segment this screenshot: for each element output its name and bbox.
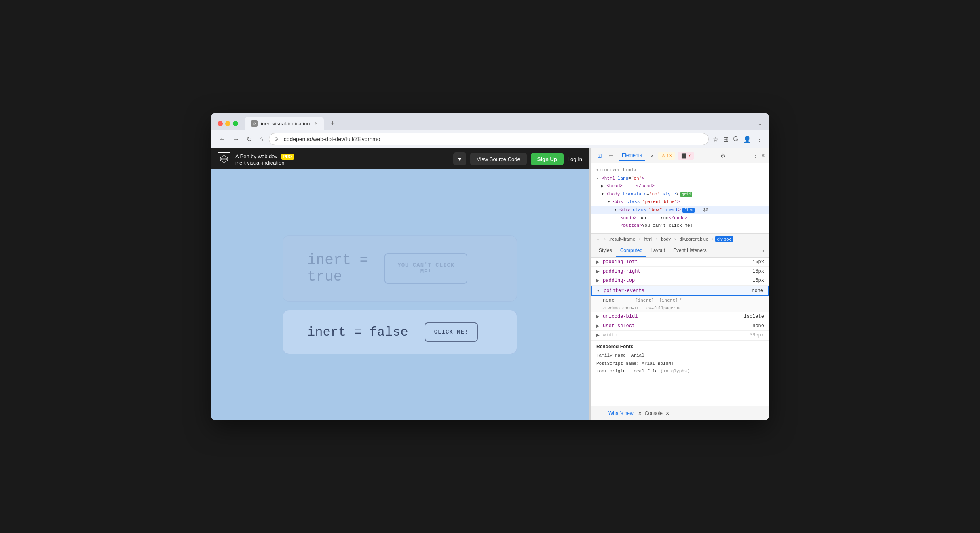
- svg-line-7: [220, 158, 222, 159]
- extensions-button[interactable]: ⊞: [723, 135, 729, 143]
- prop-padding-top[interactable]: ▶ padding-top 16px: [591, 276, 769, 286]
- more-style-tabs-button[interactable]: »: [760, 246, 766, 255]
- inert-false-label: inert = false: [307, 325, 408, 340]
- button-tag-line[interactable]: <button>You can't click me!: [591, 222, 769, 230]
- maximize-traffic-light[interactable]: [233, 121, 238, 126]
- expand-button[interactable]: ⌄: [758, 120, 762, 127]
- forward-button[interactable]: →: [231, 134, 241, 144]
- breadcrumb-body[interactable]: body: [659, 236, 673, 242]
- console-close-button[interactable]: ×: [666, 410, 669, 417]
- pro-badge: PRO: [281, 154, 294, 160]
- bottom-menu-dots[interactable]: ⋮: [596, 409, 604, 418]
- url-text: codepen.io/web-dot-dev/full/ZEvdmmo: [284, 136, 380, 142]
- inert-true-label: inert =true: [307, 252, 368, 285]
- inert-true-box: inert =true YOU CAN'T CLICKME!: [283, 235, 517, 302]
- browser-window: ◇ inert visual-indication × + ⌄ ← → ↻ ⌂ …: [211, 113, 769, 420]
- breadcrumb-bar: ··· › .result-iframe › html › body › div…: [591, 234, 769, 244]
- inert-false-box: inert = false CLICK ME!: [283, 310, 517, 354]
- elements-panel: <!DOCTYPE html> ▾ <html lang="en"> ▶ <he…: [591, 163, 769, 234]
- svg-line-3: [226, 158, 228, 159]
- codepen-pen-info: A Pen by web.dev PRO inert visual-indica…: [235, 152, 294, 166]
- pen-by-label: A Pen by web.dev PRO: [235, 153, 294, 159]
- styles-tabs: Styles Computed Layout Event Listeners »: [591, 244, 769, 258]
- heart-button[interactable]: ♥: [453, 152, 466, 165]
- tab-computed[interactable]: Computed: [616, 244, 646, 257]
- tab-elements[interactable]: Elements: [619, 151, 645, 161]
- devtools-toolbar: ⊡ ▭ Elements » ⚠ 13 ⬛ 7 ⚙ ⋮ ×: [591, 148, 769, 163]
- prop-padding-left[interactable]: ▶ padding-left 16px: [591, 258, 769, 267]
- prop-user-select[interactable]: ▶ user-select none: [591, 321, 769, 331]
- parent-div-line[interactable]: ▾ <div class="parent blue">: [591, 198, 769, 206]
- box-div-line[interactable]: ▾ <div class="box" inert>flex== $0: [591, 206, 769, 214]
- prop-unicode-bidi[interactable]: ▶ unicode-bidi isolate: [591, 312, 769, 321]
- breadcrumb-parent-div[interactable]: div.parent.blue: [678, 236, 710, 242]
- svg-line-6: [220, 159, 222, 161]
- main-area: A Pen by web.dev PRO inert visual-indica…: [211, 148, 769, 420]
- reload-button[interactable]: ↻: [245, 134, 253, 145]
- signup-button[interactable]: Sign Up: [531, 153, 564, 165]
- browser-menu-button[interactable]: ⋮: [756, 135, 762, 143]
- tab-favicon: ◇: [251, 120, 258, 127]
- devtools-bottom-bar: ⋮ What's new × Console ×: [591, 406, 769, 420]
- breadcrumb-html[interactable]: html: [642, 236, 655, 242]
- navigation-bar: ← → ↻ ⌂ ⊙ codepen.io/web-dot-dev/full/ZE…: [211, 130, 769, 148]
- pen-title: inert visual-indication: [235, 160, 294, 166]
- doctype-line: <!DOCTYPE html>: [591, 167, 769, 175]
- whats-new-button[interactable]: What's new: [607, 410, 635, 417]
- home-button[interactable]: ⌂: [258, 134, 265, 144]
- bookmark-button[interactable]: ☆: [713, 135, 718, 143]
- new-tab-button[interactable]: +: [327, 118, 338, 129]
- code-tag-line[interactable]: <code>inert = true</code>: [591, 214, 769, 222]
- tab-close-btn[interactable]: ×: [315, 121, 317, 126]
- profile-button[interactable]: 👤: [743, 135, 751, 143]
- devtools-close-button[interactable]: ×: [761, 152, 765, 159]
- computed-panel: ▶ padding-left 16px ▶ padding-right 16px…: [591, 258, 769, 406]
- devtools-more-button[interactable]: ⋮: [752, 152, 758, 159]
- breadcrumb-result-iframe[interactable]: .result-iframe: [607, 236, 637, 242]
- rendered-fonts-section: Rendered Fonts Family name: Arial PostSc…: [591, 340, 769, 379]
- prop-width[interactable]: ▶ width 395px: [591, 331, 769, 340]
- devtools-settings-button[interactable]: ⚙: [720, 152, 726, 159]
- tab-styles[interactable]: Styles: [595, 244, 616, 257]
- inspect-element-button[interactable]: ⊡: [596, 151, 604, 161]
- breadcrumb-box-div[interactable]: div.box: [715, 236, 733, 242]
- error-badge: ⬛ 7: [678, 152, 694, 160]
- traffic-lights: [218, 121, 238, 126]
- head-line[interactable]: ▶ <head> ··· </head>: [591, 182, 769, 190]
- cant-click-button: YOU CAN'T CLICKME!: [384, 253, 467, 284]
- prop-pointer-events-sub: none [inert], [inert] *: [591, 296, 769, 305]
- demo-area: inert =true YOU CAN'T CLICKME! inert = f…: [211, 169, 589, 420]
- login-button[interactable]: Log In: [568, 156, 582, 162]
- google-button[interactable]: G: [733, 135, 738, 143]
- prop-pointer-events-source: ZEvdmmo:anon=tr...ew=fullpage:30: [591, 305, 769, 312]
- font-family-info: Family name: Arial PostScript name: Aria…: [596, 352, 764, 376]
- warning-badge: ⚠ 13: [658, 152, 675, 160]
- view-source-button[interactable]: View Source Code: [470, 153, 526, 165]
- device-toolbar-button[interactable]: ▭: [607, 151, 615, 161]
- nav-actions: ☆ ⊞ G 👤 ⋮: [713, 135, 762, 143]
- breadcrumb-menu[interactable]: ···: [595, 236, 602, 242]
- back-button[interactable]: ←: [218, 134, 227, 144]
- minimize-traffic-light[interactable]: [225, 121, 230, 126]
- whats-new-close-button[interactable]: ×: [638, 410, 642, 417]
- click-me-button[interactable]: CLICK ME!: [425, 322, 478, 342]
- address-bar[interactable]: ⊙ codepen.io/web-dot-dev/full/ZEvdmmo: [269, 133, 709, 145]
- svg-line-4: [226, 159, 228, 161]
- font-origin-line: Font origin: Local file (18 glyphs): [596, 368, 764, 376]
- devtools-panel: ⊡ ▭ Elements » ⚠ 13 ⬛ 7 ⚙ ⋮ × <!DOCTYPE …: [591, 148, 769, 420]
- tab-event-listeners[interactable]: Event Listeners: [669, 244, 711, 257]
- close-traffic-light[interactable]: [218, 121, 223, 126]
- console-button[interactable]: Console: [645, 410, 663, 416]
- page-container: A Pen by web.dev PRO inert visual-indica…: [211, 148, 589, 420]
- body-line[interactable]: ▾ <body translate="no" style>grid: [591, 190, 769, 199]
- prop-pointer-events[interactable]: ▾ pointer-events none: [591, 286, 769, 296]
- prop-padding-right[interactable]: ▶ padding-right 16px: [591, 267, 769, 276]
- codepen-toolbar: A Pen by web.dev PRO inert visual-indica…: [211, 148, 589, 169]
- tab-layout[interactable]: Layout: [646, 244, 669, 257]
- svg-marker-1: [222, 158, 226, 160]
- more-tabs-button[interactable]: »: [648, 151, 655, 161]
- browser-tab-active[interactable]: ◇ inert visual-indication ×: [245, 117, 324, 130]
- html-line[interactable]: ▾ <html lang="en">: [591, 175, 769, 183]
- lock-icon: ⊙: [274, 136, 278, 142]
- codepen-actions: ♥ View Source Code Sign Up Log In: [453, 152, 582, 165]
